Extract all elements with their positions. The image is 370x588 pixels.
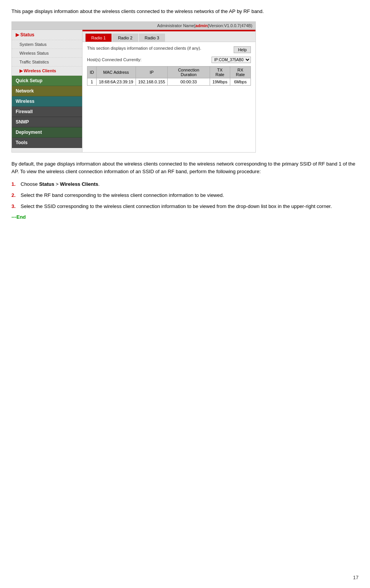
network-label: Network	[16, 88, 34, 94]
ui-screenshot-frame: Administrator Name[admin]Version:V1.0.0.…	[11, 21, 256, 153]
tools-label: Tools	[16, 140, 27, 145]
instructions-intro: By default, the page displays informatio…	[11, 160, 359, 176]
step-2-num: 2.	[11, 192, 18, 200]
sidebar-item-traffic-statistics[interactable]: Traffic Statistics	[12, 58, 82, 67]
cell-tx-rate: 19Mbps	[210, 78, 230, 85]
tab-radio1-label: Radio 1	[91, 36, 106, 40]
main-content-area: Radio 1 Radio 2 Radio 3 This section dis…	[82, 30, 255, 152]
col-header-rx: RX Rate	[230, 66, 250, 78]
admin-text-prefix: Administrator Name[	[157, 23, 196, 28]
snmp-label: SNMP	[16, 119, 29, 125]
step-1-bold1: Status	[39, 181, 54, 187]
steps-list: 1. Choose Status > Wireless Clients. 2. …	[11, 180, 359, 210]
sidebar: ▶ Status System Status Wireless Status T…	[12, 30, 82, 152]
sidebar-item-wireless-status[interactable]: Wireless Status	[12, 49, 82, 58]
help-button[interactable]: Help	[234, 46, 251, 53]
sidebar-item-status[interactable]: ▶ Status	[12, 30, 82, 40]
step-1-post: .	[98, 181, 100, 187]
sidebar-item-tools[interactable]: Tools	[12, 138, 82, 148]
host-count-row: Host(s) Connected Currently: IP:COM_375A…	[87, 57, 251, 63]
clients-table: ID MAC Address IP Connection Duration TX…	[87, 66, 251, 86]
ui-body: ▶ Status System Status Wireless Status T…	[12, 30, 255, 152]
page-number: 17	[353, 575, 359, 580]
sidebar-item-firewall[interactable]: Firewall	[12, 107, 82, 117]
traffic-statistics-label: Traffic Statistics	[19, 60, 49, 64]
step-1-sep: >	[54, 181, 60, 187]
tab-radio2[interactable]: Radio 2	[112, 34, 138, 42]
section-description: This section displays information of con…	[87, 46, 201, 50]
col-header-duration: Connection Duration	[168, 66, 210, 78]
tab-radio1[interactable]: Radio 1	[86, 34, 111, 42]
cell-id: 1	[87, 78, 97, 85]
host-connected-row: This section displays information of con…	[87, 46, 251, 54]
intro-paragraph: This page displays information about the…	[11, 8, 359, 15]
end-marker: ---End	[11, 213, 359, 221]
sidebar-item-wireless[interactable]: Wireless	[12, 96, 82, 107]
col-header-ip: IP	[136, 66, 167, 78]
tab-radio3[interactable]: Radio 3	[139, 34, 165, 42]
host-connected-label: Host(s) Connected Currently:	[87, 57, 141, 62]
step-3-num: 3.	[11, 203, 18, 211]
table-header-row: ID MAC Address IP Connection Duration TX…	[87, 66, 251, 78]
cell-duration: 00:00:33	[168, 78, 210, 85]
ui-header-bar: Administrator Name[admin]Version:V1.0.0.…	[12, 22, 255, 30]
cell-rx-rate: 6Mbps	[230, 78, 250, 85]
step-1-num: 1.	[11, 180, 18, 188]
tab-radio2-label: Radio 2	[118, 36, 132, 40]
step-3: 3. Select the SSID corresponding to the …	[11, 203, 359, 211]
deployment-label: Deployment	[16, 130, 42, 135]
table-row: 1 18:68:6A:23:39:19 192.168.0.155 00:00:…	[87, 78, 251, 85]
step-1-pre: Choose	[21, 181, 39, 187]
step-1-text: Choose Status > Wireless Clients.	[21, 180, 100, 188]
status-arrow-icon: ▶	[16, 32, 19, 37]
sidebar-item-network[interactable]: Network	[12, 86, 82, 96]
col-header-mac: MAC Address	[97, 66, 136, 78]
tab-radio3-label: Radio 3	[145, 36, 159, 40]
sidebar-item-quick-setup[interactable]: Quick Setup	[12, 76, 82, 86]
admin-username: admin	[196, 23, 208, 28]
sidebar-item-snmp[interactable]: SNMP	[12, 117, 82, 127]
instructions-section: By default, the page displays informatio…	[11, 160, 359, 222]
col-header-id: ID	[87, 66, 97, 78]
step-3-text: Select the SSID corresponding to the wir…	[21, 203, 332, 211]
sidebar-item-deployment[interactable]: Deployment	[12, 127, 82, 138]
step-2: 2. Select the RF band corresponding to t…	[11, 192, 359, 200]
wireless-label: Wireless	[16, 99, 34, 104]
cell-mac: 18:68:6A:23:39:19	[97, 78, 136, 85]
radio-tabs-row: Radio 1 Radio 2 Radio 3	[82, 31, 255, 42]
step-1-bold2: Wireless Clients	[60, 181, 98, 187]
content-panel: This section displays information of con…	[82, 42, 255, 89]
wireless-status-label: Wireless Status	[19, 51, 48, 55]
firewall-label: Firewall	[16, 109, 33, 114]
wireless-clients-label: ▶ Wireless Clients	[19, 68, 56, 73]
sidebar-item-wireless-clients[interactable]: ▶ Wireless Clients	[12, 67, 82, 76]
cell-ip: 192.168.0.155	[136, 78, 167, 85]
step-2-text: Select the RF band corresponding to the …	[21, 192, 224, 200]
quick-setup-label: Quick Setup	[16, 78, 42, 83]
sidebar-status-label: Status	[20, 32, 34, 37]
admin-text-suffix: ]Version:V1.0.0.7(474B)	[208, 23, 252, 28]
system-status-label: System Status	[19, 42, 47, 47]
sidebar-item-system-status[interactable]: System Status	[12, 40, 82, 49]
step-1: 1. Choose Status > Wireless Clients.	[11, 180, 359, 188]
ssid-dropdown[interactable]: IP:COM_375AB0	[212, 57, 251, 63]
col-header-tx: TX Rate	[210, 66, 230, 78]
